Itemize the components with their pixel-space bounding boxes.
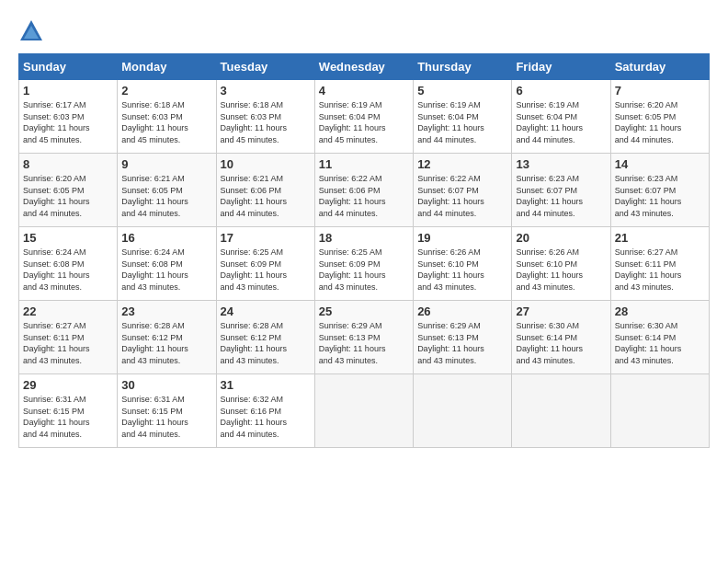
calendar-cell: 13Sunrise: 6:23 AMSunset: 6:07 PMDayligh… xyxy=(512,154,610,227)
day-info: Sunrise: 6:31 AMSunset: 6:15 PMDaylight:… xyxy=(23,394,113,440)
day-info: Sunrise: 6:25 AMSunset: 6:09 PMDaylight:… xyxy=(221,247,311,293)
day-info: Sunrise: 6:25 AMSunset: 6:09 PMDaylight:… xyxy=(319,247,409,293)
calendar-week-row: 15Sunrise: 6:24 AMSunset: 6:08 PMDayligh… xyxy=(19,227,710,301)
calendar-cell: 14Sunrise: 6:23 AMSunset: 6:07 PMDayligh… xyxy=(610,154,709,227)
calendar-cell xyxy=(512,374,610,448)
day-info: Sunrise: 6:26 AMSunset: 6:10 PMDaylight:… xyxy=(516,247,606,293)
day-info: Sunrise: 6:30 AMSunset: 6:14 PMDaylight:… xyxy=(516,320,606,366)
calendar-cell: 5Sunrise: 6:19 AMSunset: 6:04 PMDaylight… xyxy=(414,80,512,154)
day-info: Sunrise: 6:20 AMSunset: 6:05 PMDaylight:… xyxy=(615,99,705,145)
day-number: 3 xyxy=(221,84,311,98)
calendar-cell: 9Sunrise: 6:21 AMSunset: 6:05 PMDaylight… xyxy=(118,154,216,227)
day-info: Sunrise: 6:28 AMSunset: 6:12 PMDaylight:… xyxy=(221,320,311,366)
calendar-cell: 16Sunrise: 6:24 AMSunset: 6:08 PMDayligh… xyxy=(118,227,216,301)
calendar-cell xyxy=(414,374,512,448)
day-info: Sunrise: 6:29 AMSunset: 6:13 PMDaylight:… xyxy=(319,320,409,366)
day-info: Sunrise: 6:24 AMSunset: 6:08 PMDaylight:… xyxy=(23,247,113,293)
day-number: 26 xyxy=(417,304,507,318)
day-number: 6 xyxy=(516,84,606,98)
day-info: Sunrise: 6:23 AMSunset: 6:07 PMDaylight:… xyxy=(516,173,606,219)
day-number: 24 xyxy=(221,304,311,318)
day-info: Sunrise: 6:20 AMSunset: 6:05 PMDaylight:… xyxy=(23,173,113,219)
day-number: 17 xyxy=(221,231,311,245)
calendar-cell: 26Sunrise: 6:29 AMSunset: 6:13 PMDayligh… xyxy=(414,301,512,374)
day-info: Sunrise: 6:28 AMSunset: 6:12 PMDaylight:… xyxy=(121,320,211,366)
calendar-cell: 19Sunrise: 6:26 AMSunset: 6:10 PMDayligh… xyxy=(414,227,512,301)
day-number: 18 xyxy=(319,231,409,245)
calendar-cell: 6Sunrise: 6:19 AMSunset: 6:04 PMDaylight… xyxy=(512,80,610,154)
calendar-cell: 29Sunrise: 6:31 AMSunset: 6:15 PMDayligh… xyxy=(19,374,118,448)
logo xyxy=(18,18,48,44)
day-number: 10 xyxy=(221,157,311,171)
calendar-cell: 4Sunrise: 6:19 AMSunset: 6:04 PMDaylight… xyxy=(314,80,413,154)
day-number: 2 xyxy=(121,84,211,98)
day-header-sunday: Sunday xyxy=(19,54,118,80)
day-header-friday: Friday xyxy=(512,54,610,80)
day-info: Sunrise: 6:22 AMSunset: 6:07 PMDaylight:… xyxy=(417,173,507,219)
day-info: Sunrise: 6:21 AMSunset: 6:05 PMDaylight:… xyxy=(121,173,211,219)
calendar-week-row: 29Sunrise: 6:31 AMSunset: 6:15 PMDayligh… xyxy=(19,374,710,448)
calendar-cell: 18Sunrise: 6:25 AMSunset: 6:09 PMDayligh… xyxy=(314,227,413,301)
calendar-cell xyxy=(314,374,413,448)
calendar-cell: 23Sunrise: 6:28 AMSunset: 6:12 PMDayligh… xyxy=(118,301,216,374)
day-number: 5 xyxy=(417,84,507,98)
calendar-cell: 27Sunrise: 6:30 AMSunset: 6:14 PMDayligh… xyxy=(512,301,610,374)
calendar-cell: 3Sunrise: 6:18 AMSunset: 6:03 PMDaylight… xyxy=(216,80,314,154)
calendar-cell: 20Sunrise: 6:26 AMSunset: 6:10 PMDayligh… xyxy=(512,227,610,301)
calendar-header-row: SundayMondayTuesdayWednesdayThursdayFrid… xyxy=(19,54,710,80)
page-header xyxy=(18,18,710,44)
day-number: 22 xyxy=(23,304,113,318)
day-info: Sunrise: 6:29 AMSunset: 6:13 PMDaylight:… xyxy=(417,320,507,366)
day-number: 9 xyxy=(121,157,211,171)
calendar-cell: 24Sunrise: 6:28 AMSunset: 6:12 PMDayligh… xyxy=(216,301,314,374)
day-number: 14 xyxy=(615,157,705,171)
day-header-saturday: Saturday xyxy=(610,54,709,80)
day-info: Sunrise: 6:17 AMSunset: 6:03 PMDaylight:… xyxy=(23,99,113,145)
day-header-thursday: Thursday xyxy=(414,54,512,80)
calendar-cell: 31Sunrise: 6:32 AMSunset: 6:16 PMDayligh… xyxy=(216,374,314,448)
day-number: 28 xyxy=(615,304,705,318)
calendar-cell: 15Sunrise: 6:24 AMSunset: 6:08 PMDayligh… xyxy=(19,227,118,301)
day-info: Sunrise: 6:21 AMSunset: 6:06 PMDaylight:… xyxy=(221,173,311,219)
day-number: 31 xyxy=(221,378,311,392)
day-info: Sunrise: 6:22 AMSunset: 6:06 PMDaylight:… xyxy=(319,173,409,219)
calendar-cell: 21Sunrise: 6:27 AMSunset: 6:11 PMDayligh… xyxy=(610,227,709,301)
day-header-wednesday: Wednesday xyxy=(314,54,413,80)
day-info: Sunrise: 6:27 AMSunset: 6:11 PMDaylight:… xyxy=(23,320,113,366)
day-number: 13 xyxy=(516,157,606,171)
day-number: 20 xyxy=(516,231,606,245)
calendar-cell: 10Sunrise: 6:21 AMSunset: 6:06 PMDayligh… xyxy=(216,154,314,227)
day-info: Sunrise: 6:24 AMSunset: 6:08 PMDaylight:… xyxy=(121,247,211,293)
day-number: 11 xyxy=(319,157,409,171)
logo-icon xyxy=(18,18,44,44)
calendar-cell: 8Sunrise: 6:20 AMSunset: 6:05 PMDaylight… xyxy=(19,154,118,227)
day-info: Sunrise: 6:23 AMSunset: 6:07 PMDaylight:… xyxy=(615,173,705,219)
day-number: 8 xyxy=(23,157,113,171)
calendar-cell: 30Sunrise: 6:31 AMSunset: 6:15 PMDayligh… xyxy=(118,374,216,448)
day-info: Sunrise: 6:26 AMSunset: 6:10 PMDaylight:… xyxy=(417,247,507,293)
calendar-cell xyxy=(610,374,709,448)
day-number: 12 xyxy=(417,157,507,171)
day-number: 19 xyxy=(417,231,507,245)
calendar-cell: 22Sunrise: 6:27 AMSunset: 6:11 PMDayligh… xyxy=(19,301,118,374)
day-info: Sunrise: 6:19 AMSunset: 6:04 PMDaylight:… xyxy=(417,99,507,145)
day-header-monday: Monday xyxy=(118,54,216,80)
day-info: Sunrise: 6:30 AMSunset: 6:14 PMDaylight:… xyxy=(615,320,705,366)
day-number: 7 xyxy=(615,84,705,98)
day-number: 29 xyxy=(23,378,113,392)
calendar-cell: 1Sunrise: 6:17 AMSunset: 6:03 PMDaylight… xyxy=(19,80,118,154)
day-number: 4 xyxy=(319,84,409,98)
day-number: 15 xyxy=(23,231,113,245)
calendar-cell: 7Sunrise: 6:20 AMSunset: 6:05 PMDaylight… xyxy=(610,80,709,154)
day-info: Sunrise: 6:18 AMSunset: 6:03 PMDaylight:… xyxy=(221,99,311,145)
day-number: 21 xyxy=(615,231,705,245)
calendar-week-row: 1Sunrise: 6:17 AMSunset: 6:03 PMDaylight… xyxy=(19,80,710,154)
day-info: Sunrise: 6:19 AMSunset: 6:04 PMDaylight:… xyxy=(319,99,409,145)
calendar-cell: 25Sunrise: 6:29 AMSunset: 6:13 PMDayligh… xyxy=(314,301,413,374)
calendar-week-row: 8Sunrise: 6:20 AMSunset: 6:05 PMDaylight… xyxy=(19,154,710,227)
day-info: Sunrise: 6:18 AMSunset: 6:03 PMDaylight:… xyxy=(121,99,211,145)
day-number: 27 xyxy=(516,304,606,318)
day-number: 16 xyxy=(121,231,211,245)
day-number: 1 xyxy=(23,84,113,98)
day-info: Sunrise: 6:19 AMSunset: 6:04 PMDaylight:… xyxy=(516,99,606,145)
